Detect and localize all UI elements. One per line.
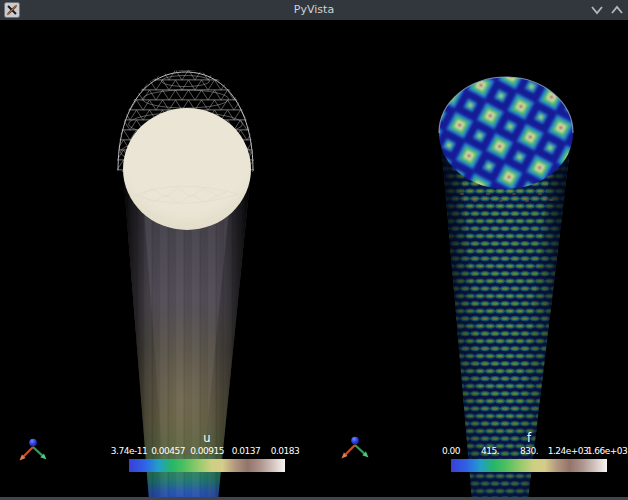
orientation-axes-widget-right[interactable] bbox=[334, 430, 378, 466]
chevron-up-icon[interactable] bbox=[612, 7, 622, 13]
pyvista-window: PyVista bbox=[0, 0, 628, 500]
scalar-bar-u-title: u bbox=[203, 431, 210, 445]
cylinder-top-face bbox=[123, 108, 251, 230]
render-canvas[interactable] bbox=[0, 20, 628, 500]
orientation-axes-widget-left[interactable] bbox=[12, 432, 56, 468]
chevron-down-icon[interactable] bbox=[592, 7, 602, 13]
window-title: PyVista bbox=[0, 0, 628, 20]
scalar-bar-u-gradient bbox=[129, 459, 285, 472]
right-mesh-cylinder bbox=[433, 71, 579, 500]
scalar-bar-f-gradient bbox=[451, 459, 607, 472]
scalar-bar-f-title: f bbox=[527, 431, 531, 445]
titlebar[interactable]: PyVista bbox=[0, 0, 628, 20]
